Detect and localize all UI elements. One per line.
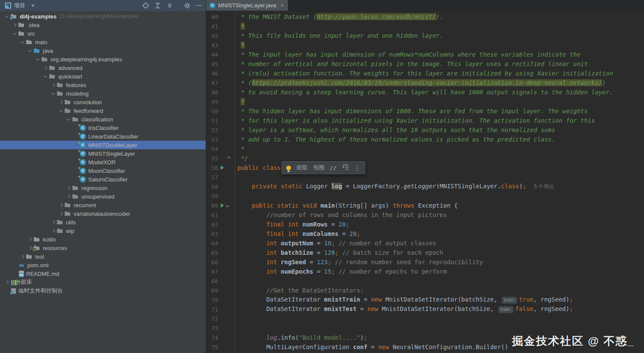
code-line-73[interactable]: 73 bbox=[206, 323, 644, 333]
chevron-down-icon[interactable] bbox=[11, 33, 18, 34]
chevron-right-icon[interactable] bbox=[57, 204, 64, 206]
lightbulb-icon[interactable] bbox=[286, 166, 291, 170]
code-line-51[interactable]: 51 * for this layer is also initialized … bbox=[206, 116, 644, 125]
tree-item-saturnclassifier[interactable]: CSaturnClassifier bbox=[0, 175, 206, 184]
chevron-down-icon[interactable] bbox=[27, 50, 33, 51]
run-icon[interactable] bbox=[221, 203, 224, 208]
code-line-43[interactable]: 43 * bbox=[206, 40, 644, 50]
code-line-41[interactable]: 41 * bbox=[206, 21, 644, 31]
chevron-right-icon[interactable] bbox=[50, 84, 57, 86]
code-line-70[interactable]: 70 DataSetIterator mnistTrain = new Mnis… bbox=[206, 295, 644, 305]
tree-item-java[interactable]: java bbox=[0, 46, 206, 55]
chevron-right-icon[interactable] bbox=[3, 281, 10, 284]
tree-item-regression[interactable]: regression bbox=[0, 184, 206, 192]
tree-item-features[interactable]: features bbox=[0, 81, 206, 89]
comment-icon[interactable]: // bbox=[330, 165, 337, 171]
chevron-down-icon[interactable] bbox=[65, 119, 72, 120]
code-line-67[interactable]: 67 int numEpochs = 15; // number of epoc… bbox=[206, 267, 644, 276]
chevron-right-icon[interactable] bbox=[42, 66, 49, 69]
chevron-right-icon[interactable] bbox=[11, 24, 18, 26]
chevron-down-icon[interactable] bbox=[57, 110, 64, 112]
tree-item-quickstart[interactable]: quickstart bbox=[0, 72, 206, 81]
code-line-50[interactable]: 50 * The hidden layer has input dimensio… bbox=[206, 106, 644, 116]
chevron-down-icon[interactable] bbox=[42, 76, 49, 77]
code-line-64[interactable]: 64 int outputNum = 10; // number of outp… bbox=[206, 238, 644, 248]
code-line-42[interactable]: 42 * This file builds one input layer an… bbox=[206, 31, 644, 40]
tree-item-irisclassifier[interactable]: CIrisClassifier bbox=[0, 124, 206, 132]
tree-item-moonclassifier[interactable]: CMoonClassifier bbox=[0, 166, 206, 175]
editor-tab[interactable]: C MNISTSingleLayer.java × bbox=[206, 0, 288, 11]
project-panel-title[interactable]: 项目 bbox=[14, 2, 25, 9]
tree-item-modelxor[interactable]: CModelXOR bbox=[0, 158, 206, 166]
expand-all-icon[interactable] bbox=[154, 2, 161, 9]
chevron-right-icon[interactable] bbox=[50, 221, 57, 223]
run-icon[interactable] bbox=[221, 166, 224, 170]
code-line-46[interactable]: 46 * (relu) activation function. The wei… bbox=[206, 69, 644, 78]
tree-item-utils[interactable]: utils bbox=[0, 218, 206, 226]
tree-item-main[interactable]: main bbox=[0, 38, 206, 46]
code-line-40[interactable]: 40 * the MNIST Dataset (http://yann.lecu… bbox=[206, 12, 644, 21]
tree-item-src[interactable]: src bbox=[0, 29, 206, 38]
tree-item-test[interactable]: test bbox=[0, 252, 206, 261]
code-line-66[interactable]: 66 int rngSeed = 123; // random number s… bbox=[206, 257, 644, 267]
chevron-right-icon[interactable] bbox=[65, 187, 72, 189]
code-line-52[interactable]: 52 * layer is a softmax, which normalize… bbox=[206, 125, 644, 135]
tree-item-advanced[interactable]: advanced bbox=[0, 63, 206, 72]
tree-item-feedforward[interactable]: feedforward bbox=[0, 106, 206, 115]
code-line-56[interactable]: 56public class MNISTSingleLayer { bbox=[206, 163, 644, 172]
locate-icon[interactable] bbox=[142, 2, 149, 9]
tree-item-mnistsinglelayer[interactable]: CMNISTSingleLayer bbox=[0, 149, 206, 158]
code-line-71[interactable]: 71 DataSetIterator mnistTest = new Mnist… bbox=[206, 305, 644, 314]
code-line-65[interactable]: 65 int batchSize = 128; // batch size fo… bbox=[206, 248, 644, 257]
tree-item-pom-xml[interactable]: mpom.xml bbox=[0, 261, 206, 269]
code-line-60[interactable]: 60 public static void main(String[] args… bbox=[206, 201, 644, 210]
code-line-63[interactable]: 63 final int numColumns = 28; bbox=[206, 229, 644, 238]
tree-item-modeling[interactable]: modeling bbox=[0, 89, 206, 98]
chevron-down-icon[interactable] bbox=[19, 42, 26, 43]
chevron-right-icon[interactable] bbox=[50, 229, 57, 232]
code-line-47[interactable]: 47 * (https://prateekvjoshi.com/2016/03/… bbox=[206, 78, 644, 87]
code-line-69[interactable]: 69 //Get the DataSetIterators: bbox=[206, 286, 644, 295]
tree-item-readme-md[interactable]: MDREADME.md bbox=[0, 269, 206, 278]
tree-item-recurrent[interactable]: recurrent bbox=[0, 201, 206, 209]
settings-gear-icon[interactable] bbox=[184, 2, 191, 9]
chevron-down-icon[interactable] bbox=[50, 93, 57, 94]
fold-icon[interactable] bbox=[226, 204, 229, 207]
hide-panel-icon[interactable]: — bbox=[196, 3, 202, 9]
code-line-44[interactable]: 44 * The input layer has input dimension… bbox=[206, 50, 644, 59]
tree-item-unsupervised[interactable]: unsupervised bbox=[0, 192, 206, 201]
format-indent-icon[interactable] bbox=[342, 164, 349, 171]
code-line-55[interactable]: 55 */ bbox=[206, 154, 644, 163]
code-line-62[interactable]: 62 final int numRows = 28; bbox=[206, 220, 644, 229]
code-line-59[interactable]: 59 bbox=[206, 191, 644, 201]
chevron-right-icon[interactable] bbox=[27, 238, 33, 241]
close-icon[interactable]: × bbox=[281, 2, 284, 9]
chevron-down-icon[interactable] bbox=[34, 59, 41, 60]
more-options-icon[interactable]: ⋮ bbox=[354, 164, 360, 171]
tree-item-resources[interactable]: resources bbox=[0, 244, 206, 252]
chevron-right-icon[interactable] bbox=[57, 101, 64, 103]
tree-item-dl4j-examples[interactable]: dl4j-examplesD:\ADeepLearning\dl4j-examp… bbox=[0, 12, 206, 21]
code-line-61[interactable]: 61 //number of rows and columns in the i… bbox=[206, 210, 644, 220]
tree-item-convolution[interactable]: convolution bbox=[0, 98, 206, 106]
code-line-54[interactable]: 54 * bbox=[206, 144, 644, 154]
chevron-down-icon[interactable] bbox=[3, 16, 10, 17]
code-line-53[interactable]: 53 * add up to 1. The highest of these n… bbox=[206, 135, 644, 144]
tree-item-classification[interactable]: classification bbox=[0, 115, 206, 124]
code-line-49[interactable]: 49 * bbox=[206, 97, 644, 106]
chevron-right-icon[interactable] bbox=[57, 212, 64, 215]
tree-item-variationalautoencoder[interactable]: variationalautoencoder bbox=[0, 209, 206, 218]
code-editor[interactable]: 40 * the MNIST Dataset (http://yann.lecu… bbox=[206, 11, 644, 353]
code-line-72[interactable]: 72 bbox=[206, 314, 644, 323]
surround-action[interactable]: 包围 bbox=[313, 164, 324, 172]
tree-item-wip[interactable]: wip bbox=[0, 226, 206, 235]
tree-item-mnistdoublelayer[interactable]: CMNISTDoubleLayer bbox=[0, 141, 206, 149]
collapse-all-icon[interactable] bbox=[166, 2, 173, 9]
code-line-57[interactable]: 57 bbox=[206, 172, 644, 182]
fold-end-icon[interactable] bbox=[227, 157, 231, 160]
tree-item-临时文件和控制台[interactable]: 临时文件和控制台 bbox=[0, 287, 206, 295]
tree-item-org-deeplearning4j-examples[interactable]: org.deeplearning4j.examples bbox=[0, 55, 206, 63]
code-line-58[interactable]: 58 private static Logger log = LoggerFac… bbox=[206, 182, 644, 191]
chevron-right-icon[interactable] bbox=[19, 255, 26, 258]
extract-action[interactable]: 提取 bbox=[297, 164, 308, 172]
